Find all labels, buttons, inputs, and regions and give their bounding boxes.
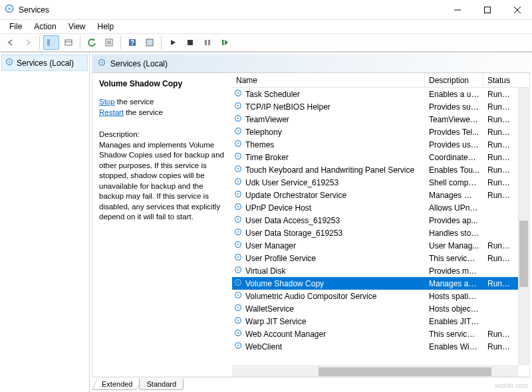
stop-service-button[interactable] xyxy=(182,35,198,50)
service-name: Warp JIT Service xyxy=(245,317,306,326)
svg-point-24 xyxy=(101,62,103,64)
service-row[interactable]: Volume Shadow CopyManages an...Running xyxy=(232,277,529,290)
svg-rect-19 xyxy=(208,40,210,45)
tab-extended[interactable]: Extended xyxy=(92,378,143,390)
service-name: Time Broker xyxy=(245,153,289,162)
service-row[interactable]: WalletServiceHosts object... xyxy=(232,302,529,315)
svg-point-44 xyxy=(237,206,239,208)
restart-suffix: the service xyxy=(124,108,163,116)
service-gear-icon xyxy=(233,126,243,138)
service-gear-icon xyxy=(233,240,243,251)
refresh-button[interactable] xyxy=(84,35,100,50)
list-header: Name Description Status xyxy=(232,73,529,88)
service-row[interactable]: User ManagerUser Manag...Running xyxy=(232,239,529,252)
service-gear-icon xyxy=(233,151,243,163)
description-label: Description: xyxy=(99,130,225,140)
service-description: Manages Wi... xyxy=(425,191,483,200)
service-gear-icon xyxy=(233,278,243,289)
service-status: Running xyxy=(483,165,518,175)
service-status: Running xyxy=(483,102,518,112)
horizontal-scrollbar-thumb[interactable] xyxy=(319,367,491,376)
menubar: File Action View Help xyxy=(0,20,532,33)
service-name: UPnP Device Host xyxy=(245,203,311,213)
restart-link[interactable]: Restart xyxy=(99,108,124,116)
service-status: Running xyxy=(483,279,518,288)
service-name: Themes xyxy=(245,140,274,149)
tab-standard[interactable]: Standard xyxy=(139,378,184,390)
service-row[interactable]: ThemesProvides use...Running xyxy=(232,138,529,151)
menu-action[interactable]: Action xyxy=(29,21,61,33)
service-name: User Profile Service xyxy=(245,254,316,263)
svg-point-64 xyxy=(237,332,239,334)
column-header-name[interactable]: Name xyxy=(232,73,425,87)
service-name: Virtual Disk xyxy=(245,266,285,276)
menu-view[interactable]: View xyxy=(63,21,91,33)
service-row[interactable]: WebClientEnables Win...Running xyxy=(232,340,529,353)
svg-rect-18 xyxy=(205,40,207,45)
toolbar-separator xyxy=(161,36,162,49)
service-row[interactable]: Udk User Service_619253Shell compo...Run… xyxy=(232,176,529,189)
service-row[interactable]: Web Account ManagerThis service i...Runn… xyxy=(232,328,529,340)
menu-file[interactable]: File xyxy=(4,21,27,33)
close-button[interactable] xyxy=(502,0,532,20)
service-row[interactable]: User Profile ServiceThis service i...Run… xyxy=(232,252,529,264)
service-status: Running xyxy=(483,330,518,339)
service-gear-icon xyxy=(233,164,243,175)
service-row[interactable]: Warp JIT ServiceEnables JIT c... xyxy=(232,315,529,328)
back-button[interactable] xyxy=(3,35,19,50)
service-row[interactable]: Touch Keyboard and Handwriting Panel Ser… xyxy=(232,163,529,176)
view-tabs: Extended Standard xyxy=(92,377,530,390)
menu-help[interactable]: Help xyxy=(92,21,120,33)
service-name: Task Scheduler xyxy=(245,90,300,99)
forward-button[interactable] xyxy=(20,35,36,50)
maximize-button[interactable] xyxy=(472,0,502,20)
svg-rect-16 xyxy=(146,39,153,46)
stop-link[interactable]: Stop xyxy=(99,98,115,106)
svg-point-46 xyxy=(237,219,239,221)
service-row[interactable]: User Data Access_619253Provides ap... xyxy=(232,214,529,227)
titlebar: Services xyxy=(0,0,532,20)
service-status: Running xyxy=(483,140,518,149)
service-description: Enables Win... xyxy=(425,342,483,351)
service-row[interactable]: User Data Storage_619253Handles stor... xyxy=(232,227,529,239)
service-row[interactable]: Time BrokerCoordinates ...Running xyxy=(232,151,529,163)
properties-button[interactable] xyxy=(101,35,117,50)
show-hide-tree-button[interactable] xyxy=(43,35,59,50)
service-name: Udk User Service_619253 xyxy=(245,178,338,187)
vertical-scrollbar[interactable] xyxy=(518,88,529,365)
status-button[interactable] xyxy=(142,35,158,50)
start-service-button[interactable] xyxy=(165,35,181,50)
horizontal-scrollbar[interactable] xyxy=(232,365,518,377)
service-row[interactable]: TCP/IP NetBIOS HelperProvides sup...Runn… xyxy=(232,100,529,113)
service-name: Volumetric Audio Compositor Service xyxy=(245,292,376,301)
tree-item-services-local[interactable]: Services (Local) xyxy=(1,54,88,71)
service-gear-icon xyxy=(233,114,243,125)
svg-point-54 xyxy=(237,269,239,271)
service-row[interactable]: TeamViewerTeamViewer ...Running xyxy=(232,113,529,126)
column-header-description[interactable]: Description xyxy=(425,73,483,87)
svg-point-62 xyxy=(237,320,239,322)
export-list-button[interactable] xyxy=(61,35,76,50)
service-row[interactable]: Volumetric Audio Compositor ServiceHosts… xyxy=(232,290,529,302)
service-row[interactable]: UPnP Device HostAllows UPnP ... xyxy=(232,201,529,214)
vertical-scrollbar-thumb[interactable] xyxy=(519,221,528,287)
svg-point-52 xyxy=(237,256,239,258)
pause-service-button[interactable] xyxy=(200,35,215,50)
minimize-button[interactable] xyxy=(442,0,472,20)
toolbar-separator xyxy=(80,36,80,49)
service-row[interactable]: Task SchedulerEnables a us...Running xyxy=(232,88,529,100)
service-row[interactable]: TelephonyProvides Tel...Running xyxy=(232,126,529,138)
help-button[interactable]: ? xyxy=(124,35,140,50)
service-row[interactable]: Update Orchestrator ServiceManages Wi...… xyxy=(232,189,529,201)
description-text: Manages and implements Volume Shadow Cop… xyxy=(99,140,225,223)
panel-header-label: Services (Local) xyxy=(110,59,168,68)
column-header-status[interactable]: Status xyxy=(483,73,518,87)
service-description: Manages an... xyxy=(425,279,483,288)
svg-rect-7 xyxy=(51,39,55,46)
service-description: Provides ap... xyxy=(425,216,483,225)
service-description: Hosts spatial... xyxy=(425,292,483,301)
service-row[interactable]: Virtual DiskProvides ma... xyxy=(232,264,529,277)
services-icon xyxy=(97,58,106,69)
svg-point-34 xyxy=(237,143,239,145)
restart-service-button[interactable] xyxy=(217,35,233,50)
